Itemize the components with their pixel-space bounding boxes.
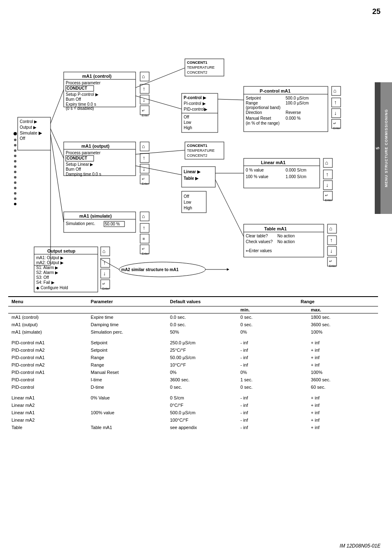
- svg-text:Off: Off: [20, 136, 25, 141]
- svg-text:PI-control ▶: PI-control ▶: [184, 101, 206, 106]
- cell-default: 50.00 µS/cm: [167, 354, 237, 361]
- svg-text:⌂: ⌂: [142, 73, 145, 79]
- cell-parameter: I-time: [88, 376, 167, 383]
- svg-text:↓: ↓: [103, 270, 106, 276]
- svg-text:Simulate ▶: Simulate ▶: [20, 130, 42, 135]
- cell-min: 0 sec.: [237, 321, 307, 328]
- svg-text:CONCENT1: CONCENT1: [187, 60, 208, 65]
- cell-parameter: Manual Reset: [88, 369, 167, 376]
- cell-max: + inf: [308, 402, 378, 409]
- svg-text:CONCENT2: CONCENT2: [187, 70, 208, 74]
- svg-text:Enter: Enter: [333, 127, 340, 130]
- svg-point-6: [14, 139, 16, 141]
- cell-parameter: 0% Value: [88, 394, 167, 402]
- parameters-table-section: Menu Parameter Default values Range min.…: [8, 296, 378, 431]
- svg-text:↵: ↵: [325, 193, 328, 197]
- svg-text:Low: Low: [184, 120, 191, 125]
- svg-text:S4:   Fail    ▶: S4: Fail ▶: [36, 280, 55, 285]
- svg-line-171: [51, 129, 64, 158]
- svg-text:Direction: Direction: [246, 110, 262, 115]
- svg-text:Manual Reset: Manual Reset: [246, 116, 271, 121]
- svg-text:Setpoint: Setpoint: [246, 96, 261, 100]
- svg-text:Damping time  0.0 s: Damping time 0.0 s: [66, 172, 101, 176]
- cell-min: 1 sec.: [237, 376, 307, 383]
- svg-point-8: [14, 149, 16, 152]
- svg-text:↓: ↓: [143, 97, 145, 103]
- cell-max: + inf: [308, 339, 378, 346]
- svg-text:Control ▶: Control ▶: [20, 119, 37, 124]
- cell-menu: PID-control mA1: [8, 369, 88, 376]
- cell-max: 100%: [308, 369, 378, 376]
- table-row: mA1 (output) Damping time 0.0 sec. 0 sec…: [8, 321, 378, 328]
- col-range-min: min.: [237, 306, 307, 313]
- svg-text:Linear ▶: Linear ▶: [184, 169, 201, 174]
- svg-text:PID-control▶: PID-control▶: [184, 107, 208, 111]
- table-row: PID-control mA1 Range 50.00 µS/cm - inf …: [8, 354, 378, 361]
- svg-text:0.000 S/cm: 0.000 S/cm: [286, 168, 307, 172]
- col-menu: Menu: [8, 297, 88, 306]
- svg-text:Enter: Enter: [329, 265, 336, 267]
- svg-text:≡: ≡: [143, 237, 145, 241]
- table-row: mA1 (simulate) Simulation perc. 50% 0% 1…: [8, 328, 378, 336]
- svg-text:CONCENT2: CONCENT2: [187, 153, 208, 158]
- cell-default: 250.0 µS/cm: [167, 339, 237, 346]
- cell-menu: Table: [8, 424, 88, 431]
- cell-menu: mA1 (simulate): [8, 328, 88, 336]
- cell-default: 100°C/°F: [167, 416, 237, 424]
- cell-parameter: Simulation perc.: [88, 328, 167, 336]
- cell-max: + inf: [308, 409, 378, 416]
- table-row: Table Table mA1 see appendix - inf + inf: [8, 424, 378, 431]
- svg-text:⇐Enter values: ⇐Enter values: [246, 248, 272, 253]
- svg-text:S3:   Off: S3: Off: [36, 275, 49, 280]
- col-parameter: Parameter: [88, 297, 167, 306]
- footer-label: IM 12D08N05-01E: [340, 543, 380, 549]
- svg-text:⌂: ⌂: [329, 225, 332, 232]
- svg-text:↑: ↑: [334, 99, 337, 105]
- svg-text:mA1 (output): mA1 (output): [81, 144, 110, 149]
- svg-point-11: [14, 165, 16, 168]
- svg-text:mA2 similar structure to mA1: mA2 similar structure to mA1: [121, 267, 179, 272]
- cell-min: - inf: [237, 394, 307, 402]
- svg-text:500.0 µS/cm: 500.0 µS/cm: [286, 96, 309, 100]
- cell-menu: Linear mA2: [8, 402, 88, 409]
- cell-min: - inf: [237, 354, 307, 361]
- cell-min: 0%: [237, 328, 307, 336]
- svg-text:Reverse: Reverse: [286, 110, 301, 115]
- table-row: Linear mA1 100% value 500.0 µS/cm - inf …: [8, 409, 378, 416]
- cell-parameter: D-time: [88, 383, 167, 391]
- svg-text:Enter: Enter: [142, 252, 149, 255]
- cell-min: - inf: [237, 424, 307, 431]
- cell-parameter: Setpoint: [88, 346, 167, 354]
- cell-min: - inf: [237, 402, 307, 409]
- table-row: Linear mA2 100°C/°F - inf + inf: [8, 416, 378, 424]
- svg-text:mA1:  Output  ▶: mA1: Output ▶: [36, 255, 64, 260]
- cell-max: + inf: [308, 394, 378, 402]
- svg-text:↵: ↵: [102, 282, 106, 286]
- cell-parameter: Table mA1: [88, 424, 167, 431]
- svg-point-12: [14, 171, 16, 173]
- svg-text:Check values?: Check values?: [246, 239, 273, 244]
- svg-point-13: [14, 176, 16, 179]
- svg-text:CONDUCT: CONDUCT: [67, 156, 87, 160]
- svg-point-16: [14, 192, 16, 195]
- svg-line-181: [215, 180, 244, 237]
- cell-max: 60 sec.: [308, 383, 378, 391]
- svg-text:Linear mA1: Linear mA1: [261, 160, 286, 165]
- col-range-max: max.: [308, 306, 378, 313]
- svg-text:CONDUCT: CONDUCT: [67, 86, 87, 91]
- cell-default: 25°C/°F: [167, 346, 237, 354]
- svg-text:↑: ↑: [326, 171, 329, 177]
- cell-menu: PID-control mA2: [8, 361, 88, 369]
- cell-min: 0 sec.: [237, 383, 307, 391]
- cell-default: 0 sec.: [167, 383, 237, 391]
- svg-text:High: High: [184, 125, 192, 130]
- table-row: PID-control mA1 Manual Reset 0% 0% 100%: [8, 369, 378, 376]
- svg-text:TEMPERATURE: TEMPERATURE: [187, 65, 214, 70]
- svg-text:↓: ↓: [326, 182, 329, 188]
- page-number: 25: [372, 7, 380, 16]
- table-row: PID-control D-time 0 sec. 0 sec. 60 sec.: [8, 383, 378, 391]
- cell-parameter: 100% value: [88, 409, 167, 416]
- svg-text:Enter: Enter: [142, 182, 149, 185]
- svg-text:Process parameter: Process parameter: [66, 151, 101, 155]
- parameters-table: Menu Parameter Default values Range min.…: [8, 296, 378, 431]
